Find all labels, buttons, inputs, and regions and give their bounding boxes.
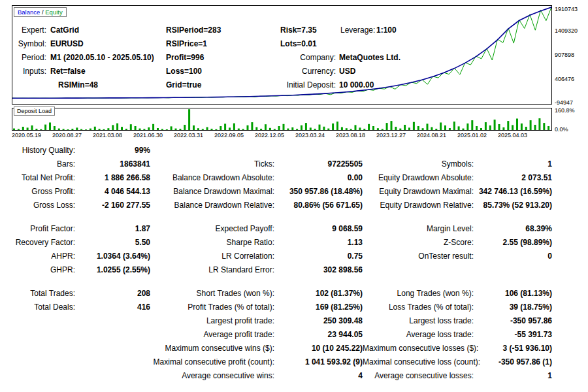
stat-value: 85.73% (52 913.20) [474, 199, 552, 212]
stat-label: Gross Profit: [0, 185, 75, 199]
stat-label [363, 144, 474, 157]
expert-value: CatGrid [50, 25, 79, 35]
balance-equity-chart-panel: Balance / Equity Expert: CatGrid RSIPeri… [12, 5, 552, 105]
stat-value: 23 944.05 [274, 328, 363, 342]
stat-label [0, 369, 75, 383]
period-label: Period: [15, 53, 46, 63]
stat-value: 9 068.59 [274, 222, 363, 236]
balance-axis-label: -94947 [555, 99, 587, 106]
stat-value: 302 898.56 [274, 263, 363, 277]
info-row-period: Period: M1 (2020.05.10 - 2025.05.10) Pro… [12, 53, 551, 63]
stats-row: Gross Profit:4 046 544.13Balance Drawdow… [0, 185, 588, 199]
stat-label: Sharpe Ratio: [150, 236, 274, 250]
stats-row: Maximum consecutive wins ($):10 (10 245.… [0, 342, 588, 355]
stat-label: Balance Drawdown Absolute: [150, 171, 274, 185]
stat-label: Average profit trade: [150, 328, 274, 342]
stat-label: GHPR: [0, 263, 75, 277]
stats-row: Average profit trade:23 944.05Average lo… [0, 328, 588, 342]
stats-row: Bars:1863841Ticks:97225505Symbols:1 [0, 157, 588, 171]
stat-label: Balance Drawdown Maximal: [150, 185, 274, 199]
stat-label: Gross Loss: [0, 199, 75, 212]
stat-label: Total Deals: [0, 301, 75, 314]
stat-value: 3 (-51 936.10) [474, 342, 552, 355]
stats-row: Total Deals:416Profit Trades (% of total… [0, 301, 588, 314]
stat-value: 1 [474, 369, 552, 383]
date-axis-label: 2020.08.27 [52, 132, 82, 139]
deposit-load-title: Deposit Load [14, 106, 55, 116]
stat-value: -55 391.73 [474, 328, 552, 342]
stats-row: Recovery Factor:5.50Sharpe Ratio:1.13Z-S… [0, 236, 588, 250]
stat-value: 169 (81.25%) [274, 301, 363, 314]
stat-value [474, 144, 552, 157]
stat-label: Short Trades (won %): [150, 287, 274, 301]
stat-label: History Quality: [0, 144, 75, 157]
stat-value [75, 342, 150, 355]
date-axis-label: 2025.04.03 [498, 132, 527, 139]
stats-row: Average consecutive wins:4Average consec… [0, 369, 588, 383]
stat-label: Recovery Factor: [0, 236, 75, 250]
deposit-load-chart [12, 108, 551, 130]
stat-label: Margin Level: [363, 222, 474, 236]
stats-row: Profit Factor:1.87Expected Payoff:9 068.… [0, 222, 588, 236]
stat-label: OnTester result: [363, 250, 474, 263]
stat-value [474, 263, 552, 277]
stat-value: 10 (10 245.22) [274, 342, 363, 355]
info-row-inputs: Inputs: Ret=false Loss=100 Currency: USD [12, 67, 551, 77]
stat-value [75, 314, 150, 328]
stat-value: 106 (81.13%) [474, 287, 552, 301]
stat-label: Loss Trades (% of total): [363, 301, 474, 314]
stat-label: Largest loss trade: [363, 314, 474, 328]
stat-label: Z-Score: [363, 236, 474, 250]
stat-value: 4 046 544.13 [75, 185, 150, 199]
stat-value [75, 355, 150, 369]
stat-value: 68.39% [474, 222, 552, 236]
balance-axis-label: 1910743 [555, 6, 587, 12]
stats-row: Total Net Profit:1 886 266.58Balance Dra… [0, 171, 588, 185]
period-value: M1 (2020.05.10 - 2025.05.10) [50, 53, 154, 63]
stats-row: GHPR:1.0255 (2.55%)LR Standard Error:302… [0, 263, 588, 277]
company-label: Company: [228, 53, 336, 63]
leverage-value: 1:100 [376, 25, 397, 35]
rsiperiod-param: RSIPeriod=283 [166, 25, 221, 35]
stat-value: 1 886 266.58 [75, 171, 150, 185]
date-axis-label: 2022.09.05 [214, 132, 244, 139]
stat-value: 0 [474, 250, 552, 263]
inputs-value: Ret=false [50, 67, 86, 76]
info-row-symbol: Symbol: EURUSD RSIPrice=1 Lots=0.01 [12, 39, 551, 50]
stats-row: Gross Loss:-2 160 277.55Balance Drawdown… [0, 199, 588, 212]
balance-axis-label: 406476 [555, 76, 587, 82]
info-row-rsimin: RSIMin=48 Grid=true Initial Deposit: 10 … [12, 80, 551, 91]
stats-row: Total Trades:208Short Trades (won %):102… [0, 287, 588, 301]
stat-value: 1.13 [274, 236, 363, 250]
stat-value: 5.50 [75, 236, 150, 250]
stat-label: Average consecutive wins: [150, 369, 274, 383]
stat-value: 0.00 [274, 171, 363, 185]
stat-value: 208 [75, 287, 150, 301]
stat-value: 1 041 593.92 (9) [274, 355, 363, 369]
info-row-expert: Expert: CatGrid RSIPeriod=283 Risk=7.35 … [12, 25, 551, 36]
currency-label: Currency: [228, 67, 336, 76]
stat-label: LR Standard Error: [150, 263, 274, 277]
stat-label: Equity Drawdown Relative: [363, 199, 474, 212]
stat-label: Average consecutive losses: [363, 369, 474, 383]
date-axis-label: 2021.03.08 [93, 132, 122, 139]
loss-param: Loss=100 [166, 67, 202, 76]
lots-param: Lots=0.01 [280, 39, 317, 49]
stat-value: -2 160 277.55 [75, 199, 150, 212]
stats-spacer [0, 277, 588, 287]
stat-value [274, 144, 363, 157]
stats-row: Largest profit trade:250 309.48Largest l… [0, 314, 588, 328]
date-axis-label: 2024.08.21 [417, 132, 446, 139]
expert-label: Expert: [15, 25, 46, 35]
deposit-axis-max-label: 160.8% [555, 107, 587, 114]
stat-value: 1863841 [75, 157, 150, 171]
inputs-label: Inputs: [15, 67, 46, 76]
stat-label: Maximum consecutive wins ($): [150, 342, 274, 355]
stat-label [0, 328, 75, 342]
stats-row: AHPR:1.0364 (3.64%)LR Correlation:0.75On… [0, 250, 588, 263]
date-axis-label: 2022.03.31 [174, 132, 203, 139]
stats-table: History Quality:99%Bars:1863841Ticks:972… [0, 144, 588, 383]
stat-label: Average loss trade: [363, 328, 474, 342]
stat-label: LR Correlation: [150, 250, 274, 263]
profit-param: Profit=996 [166, 53, 204, 63]
